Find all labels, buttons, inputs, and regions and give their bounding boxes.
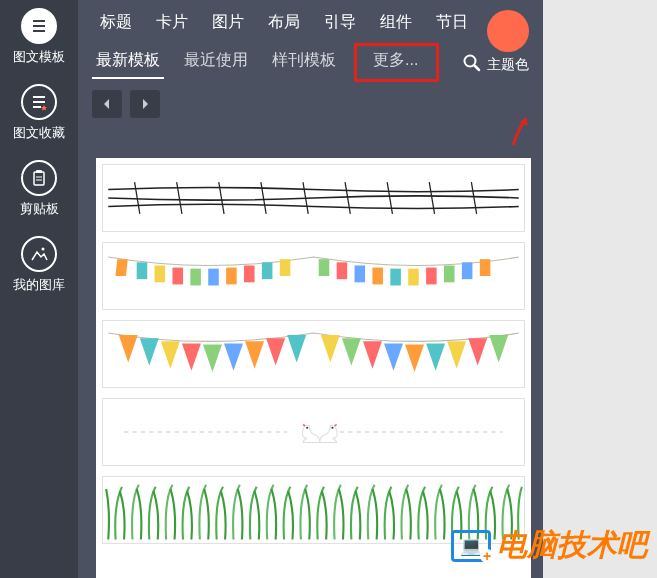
- svg-line-13: [475, 65, 480, 70]
- theme-color: 主题色: [487, 10, 529, 74]
- template-item[interactable]: [102, 320, 525, 388]
- swan-divider-icon: [103, 399, 524, 465]
- svg-rect-30: [190, 269, 201, 286]
- svg-rect-39: [372, 268, 383, 285]
- svg-rect-32: [226, 268, 237, 285]
- svg-marker-57: [363, 341, 382, 368]
- svg-rect-43: [444, 265, 455, 282]
- svg-rect-8: [36, 170, 42, 173]
- theme-swatch[interactable]: [487, 10, 529, 52]
- lines-star-icon: [21, 84, 57, 120]
- svg-line-22: [345, 182, 350, 214]
- chevron-right-icon: [139, 98, 151, 110]
- svg-marker-60: [426, 343, 445, 370]
- svg-marker-53: [266, 338, 285, 365]
- template-list[interactable]: [96, 158, 531, 578]
- svg-marker-55: [321, 335, 340, 362]
- svg-marker-59: [405, 345, 424, 372]
- grass-icon: [103, 477, 524, 543]
- clipboard-icon: [21, 160, 57, 196]
- template-item[interactable]: [102, 242, 525, 310]
- cat-layout[interactable]: 布局: [256, 8, 312, 37]
- sidebar-item-tuwen-favorite[interactable]: 图文收藏: [13, 84, 65, 142]
- svg-marker-14: [104, 99, 109, 109]
- svg-rect-31: [208, 269, 219, 286]
- category-row: 标题 卡片 图片 布局 引导 组件 节日: [78, 0, 543, 37]
- svg-line-25: [471, 182, 476, 214]
- svg-rect-29: [172, 268, 183, 285]
- pennant-triangles-icon: [103, 321, 524, 387]
- theme-label: 主题色: [487, 56, 529, 74]
- search-button[interactable]: [461, 52, 483, 74]
- chevron-left-icon: [101, 98, 113, 110]
- cat-component[interactable]: 组件: [368, 8, 424, 37]
- svg-rect-45: [480, 259, 491, 276]
- cat-guide[interactable]: 引导: [312, 8, 368, 37]
- bunting-flags-icon: [103, 243, 524, 309]
- svg-marker-50: [203, 345, 222, 372]
- sidebar-item-label: 剪贴板: [20, 200, 59, 218]
- svg-marker-56: [342, 338, 361, 365]
- tab-sample[interactable]: 样刊模板: [260, 44, 348, 81]
- sidebar-item-label: 我的图库: [13, 276, 65, 294]
- tab-latest[interactable]: 最新模板: [84, 44, 172, 81]
- main-area: 标题 卡片 图片 布局 引导 组件 节日 最新模板 最近使用 样刊模板 更多..…: [78, 0, 657, 578]
- svg-marker-63: [489, 335, 508, 362]
- svg-rect-40: [390, 269, 401, 286]
- svg-marker-54: [287, 335, 306, 362]
- lines-icon: [21, 8, 57, 44]
- cat-card[interactable]: 卡片: [144, 8, 200, 37]
- search-icon: [462, 53, 482, 73]
- svg-rect-35: [280, 259, 291, 276]
- template-item[interactable]: [102, 164, 525, 232]
- cat-title[interactable]: 标题: [88, 8, 144, 37]
- template-item[interactable]: [102, 476, 525, 544]
- svg-rect-42: [426, 268, 437, 285]
- nav-arrows: [78, 82, 543, 122]
- svg-rect-28: [155, 265, 166, 282]
- svg-point-66: [306, 427, 308, 429]
- svg-rect-34: [262, 262, 273, 279]
- cat-image[interactable]: 图片: [200, 8, 256, 37]
- sidebar-item-my-gallery[interactable]: 我的图库: [13, 236, 65, 294]
- image-icon: [21, 236, 57, 272]
- svg-marker-48: [161, 341, 180, 368]
- svg-marker-46: [119, 335, 138, 362]
- subtab-row: 最新模板 最近使用 样刊模板 更多...: [78, 37, 543, 82]
- template-panel: 标题 卡片 图片 布局 引导 组件 节日 最新模板 最近使用 样刊模板 更多..…: [78, 0, 543, 578]
- svg-marker-51: [224, 343, 243, 370]
- tab-recent[interactable]: 最近使用: [172, 44, 260, 81]
- cat-festival[interactable]: 节日: [424, 8, 480, 37]
- svg-rect-37: [337, 262, 348, 279]
- sidebar-item-label: 图文模板: [13, 48, 65, 66]
- sidebar-item-tuwen-template[interactable]: 图文模板: [13, 8, 65, 66]
- svg-rect-44: [462, 262, 473, 279]
- barbed-wire-icon: [103, 165, 524, 231]
- svg-point-11: [42, 248, 45, 251]
- svg-marker-61: [447, 341, 466, 368]
- svg-rect-7: [34, 172, 44, 185]
- svg-rect-26: [115, 259, 127, 276]
- next-button[interactable]: [130, 90, 160, 118]
- svg-marker-49: [182, 343, 201, 370]
- svg-marker-47: [140, 338, 159, 365]
- svg-line-17: [135, 182, 140, 214]
- left-sidebar: 图文模板 图文收藏 剪贴板 我的图库: [0, 0, 78, 578]
- svg-marker-52: [245, 341, 264, 368]
- svg-rect-36: [319, 259, 330, 276]
- template-item[interactable]: [102, 398, 525, 466]
- svg-line-20: [261, 182, 266, 214]
- svg-marker-58: [384, 343, 403, 370]
- sidebar-item-label: 图文收藏: [13, 124, 65, 142]
- svg-rect-33: [244, 265, 255, 282]
- tab-more[interactable]: 更多...: [354, 43, 439, 82]
- svg-rect-38: [355, 265, 366, 282]
- sidebar-item-clipboard[interactable]: 剪贴板: [20, 160, 59, 218]
- prev-button[interactable]: [92, 90, 122, 118]
- svg-marker-62: [468, 338, 487, 365]
- svg-point-67: [331, 427, 333, 429]
- svg-marker-15: [143, 99, 148, 109]
- svg-rect-41: [408, 269, 419, 286]
- svg-rect-27: [137, 262, 148, 279]
- svg-marker-6: [41, 105, 47, 111]
